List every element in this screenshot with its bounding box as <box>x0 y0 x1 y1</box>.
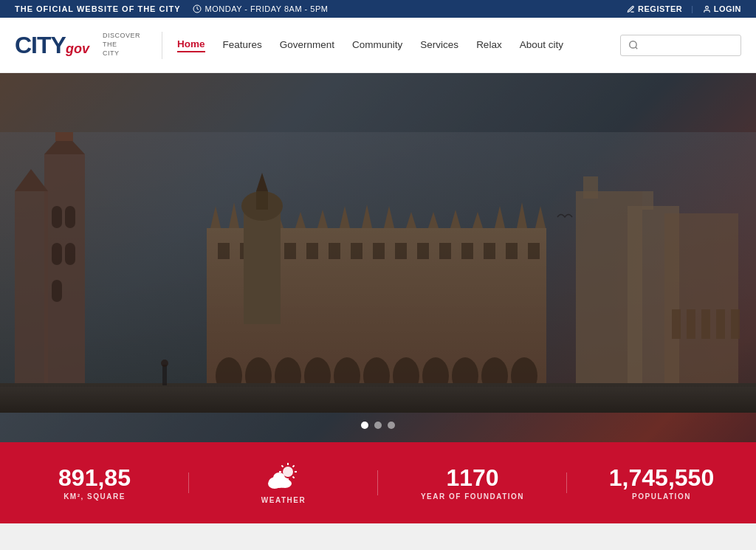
nav-services[interactable]: Services <box>420 39 458 52</box>
nav-community[interactable]: Community <box>352 39 402 52</box>
stat-population: 1,745,550 POPULATION <box>567 466 756 501</box>
hero-dot-2[interactable] <box>374 422 382 429</box>
logo: CITY gov <box>15 32 89 59</box>
nav-government[interactable]: Government <box>280 39 334 52</box>
svg-line-3 <box>636 47 638 49</box>
nav-home[interactable]: Home <box>177 38 205 52</box>
svg-line-83 <box>293 465 295 467</box>
hours: MONDAY - FRIDAY 8AM - 5PM <box>193 4 329 13</box>
stat-year: 1170 YEAR OF FOUNDATION <box>378 466 567 501</box>
svg-line-82 <box>293 477 295 478</box>
stat-weather: WEATHER <box>189 461 378 504</box>
login-link[interactable]: LOGIN <box>703 4 741 13</box>
main-nav: Home Features Government Community Servi… <box>177 38 620 52</box>
logo-city: CITY <box>15 32 66 59</box>
clock-icon <box>193 4 202 13</box>
header: CITY gov DISCOVER THE CITY Home Features… <box>0 18 756 73</box>
nav-features[interactable]: Features <box>223 39 262 52</box>
hero-dots <box>361 422 395 429</box>
weather-icon <box>266 461 301 493</box>
nav-about-city[interactable]: About city <box>520 39 563 52</box>
hero-overlay <box>0 73 756 442</box>
pencil-icon <box>627 5 635 13</box>
hero-section <box>0 73 756 442</box>
svg-line-81 <box>281 465 283 467</box>
top-bar-right: REGISTER | LOGIN <box>627 4 741 13</box>
stat-area-value: 891,85 <box>58 466 131 489</box>
stat-weather-label: WEATHER <box>261 496 306 504</box>
search-input[interactable] <box>645 40 733 51</box>
stat-year-value: 1170 <box>446 466 498 489</box>
bottom-area <box>0 523 756 550</box>
stat-population-label: POPULATION <box>632 492 691 501</box>
stat-population-value: 1,745,550 <box>609 466 714 489</box>
nav-relax[interactable]: Relax <box>476 39 502 52</box>
top-bar: THE OFICIAL WEBSITE OF THE CITY MONDAY -… <box>0 0 756 18</box>
weather-svg-icon <box>266 461 301 489</box>
search-icon <box>628 40 639 50</box>
logo-area: CITY gov DISCOVER THE CITY <box>15 32 162 59</box>
logo-gov: gov <box>66 41 89 57</box>
user-icon <box>703 5 711 13</box>
top-bar-left: THE OFICIAL WEBSITE OF THE CITY MONDAY -… <box>15 4 328 13</box>
stat-year-label: YEAR OF FOUNDATION <box>421 492 524 501</box>
register-link[interactable]: REGISTER <box>627 4 682 13</box>
stat-area-label: KM², SQUARE <box>63 492 126 501</box>
svg-point-2 <box>630 41 636 48</box>
site-label: THE OFICIAL WEBSITE OF THE CITY <box>15 4 181 13</box>
logo-tagline: DISCOVER THE CITY <box>103 32 140 58</box>
hero-dot-1[interactable] <box>361 422 368 429</box>
svg-point-88 <box>273 472 285 483</box>
stat-area: 891,85 KM², SQUARE <box>0 466 189 501</box>
svg-point-1 <box>705 6 708 9</box>
hero-dot-3[interactable] <box>388 422 395 429</box>
search-box[interactable] <box>620 35 741 56</box>
stats-bar: 891,85 KM², SQUARE <box>0 442 756 523</box>
